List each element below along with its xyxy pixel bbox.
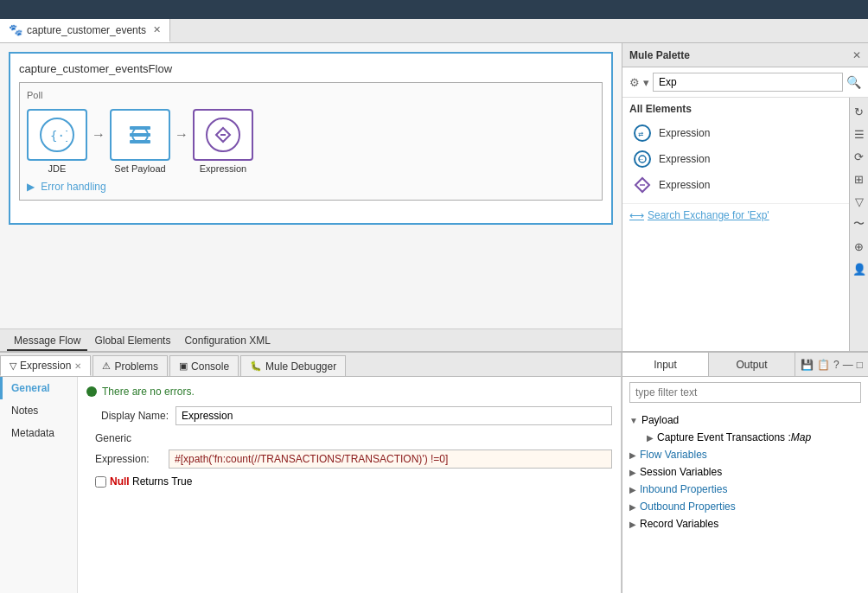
bottom-content: General Notes Metadata There are no erro… bbox=[0, 377, 621, 593]
nav-tabs: Message Flow Global Elements Configurati… bbox=[0, 328, 622, 351]
bottom-right-tabs: Input Output 💾 📋 ? — □ bbox=[622, 353, 868, 377]
component-jde[interactable]: {·} JDE bbox=[27, 109, 87, 174]
top-bar bbox=[0, 0, 868, 19]
main-area: capture_customer_eventsFlow Poll {·} JDE bbox=[0, 43, 868, 351]
component-set-payload[interactable]: Set Payload bbox=[110, 109, 170, 174]
display-name-input[interactable] bbox=[176, 406, 612, 425]
br-tab-output[interactable]: Output bbox=[709, 353, 795, 376]
tree-item-inbound-label: Inbound Properties bbox=[640, 483, 727, 495]
tree-item-record-vars[interactable]: ▶ Record Variables bbox=[622, 515, 868, 532]
section-generic-label: Generic bbox=[95, 432, 612, 444]
tree-item-payload-label: Payload bbox=[641, 414, 679, 426]
tree-item-capture-events[interactable]: ▶ Capture Event Transactions : Map bbox=[622, 429, 868, 446]
error-handling[interactable]: ▶ Error handling bbox=[27, 181, 595, 193]
component-box-expression bbox=[193, 109, 253, 161]
console-tab-icon: ▣ bbox=[179, 360, 188, 372]
tree-item-inbound[interactable]: ▶ Inbound Properties bbox=[622, 481, 868, 498]
tree-item-flow-vars-label: Flow Variables bbox=[640, 449, 707, 461]
right-icon-filter[interactable]: ▽ bbox=[851, 191, 868, 212]
nav-tab-message-flow[interactable]: Message Flow bbox=[7, 333, 87, 351]
bottom-sidebar: General Notes Metadata bbox=[0, 377, 78, 593]
null-text: Null bbox=[110, 475, 130, 488]
arrow-1: → bbox=[92, 127, 105, 156]
palette-search-input[interactable] bbox=[653, 73, 843, 92]
null-returns-true-checkbox[interactable] bbox=[95, 476, 106, 488]
br-toolbar-maximize[interactable]: □ bbox=[857, 359, 863, 371]
palette-title: Mule Palette bbox=[629, 49, 690, 61]
record-vars-expand-icon: ▶ bbox=[629, 520, 636, 529]
error-arrow-icon: ▶ bbox=[27, 181, 35, 193]
tree-item-outbound-label: Outbound Properties bbox=[640, 501, 736, 513]
console-tab-label: Console bbox=[191, 360, 229, 373]
right-icon-wave[interactable]: 〜 bbox=[851, 214, 868, 234]
br-toolbar-copy[interactable]: 📋 bbox=[817, 359, 830, 371]
tree-item-flow-vars[interactable]: ▶ Flow Variables bbox=[622, 446, 868, 463]
bottom-tab-expression[interactable]: ▽ Expression ✕ bbox=[0, 355, 91, 376]
right-icon-pin[interactable]: ⊕ bbox=[851, 236, 868, 257]
right-icon-sync[interactable]: ⟳ bbox=[851, 146, 868, 167]
tree-item-outbound[interactable]: ▶ Outbound Properties bbox=[622, 498, 868, 515]
right-icon-person[interactable]: 👤 bbox=[851, 258, 868, 279]
display-name-row: Display Name: bbox=[86, 406, 612, 425]
br-toolbar-minimize[interactable]: — bbox=[843, 359, 853, 371]
br-filter-input[interactable] bbox=[629, 382, 861, 403]
debugger-tab-label: Mule Debugger bbox=[265, 360, 336, 373]
sidebar-item-notes[interactable]: Notes bbox=[0, 399, 77, 422]
component-label-jde: JDE bbox=[48, 163, 67, 174]
problems-tab-icon: ⚠ bbox=[102, 360, 111, 372]
sidebar-item-metadata[interactable]: Metadata bbox=[0, 422, 77, 444]
right-icon-connect[interactable]: ⊞ bbox=[851, 169, 868, 189]
null-returns-true-row: Null Returns True bbox=[95, 475, 612, 488]
error-handling-label: Error handling bbox=[41, 181, 105, 193]
nav-tab-global-elements[interactable]: Global Elements bbox=[87, 333, 177, 351]
set-payload-icon bbox=[124, 119, 156, 150]
palette-item-2[interactable]: Expression bbox=[629, 172, 842, 198]
main-tab[interactable]: 🐾 capture_customer_events ✕ bbox=[0, 19, 170, 42]
expression-tab-icon: ▽ bbox=[10, 360, 16, 372]
right-icons-strip: ↻ ☰ ⟳ ⊞ ▽ 〜 ⊕ 👤 bbox=[849, 98, 868, 351]
tree-item-session-vars[interactable]: ▶ Session Variables bbox=[622, 463, 868, 481]
svg-text:··: ·· bbox=[639, 155, 643, 163]
palette-close-button[interactable]: ✕ bbox=[852, 49, 861, 61]
tree-item-session-vars-label: Session Variables bbox=[640, 466, 722, 478]
palette-dropdown-icon[interactable]: ▾ bbox=[643, 76, 649, 89]
br-toolbar-save[interactable]: 💾 bbox=[801, 359, 814, 371]
bottom-tab-debugger[interactable]: 🐛 Mule Debugger bbox=[240, 355, 346, 376]
problems-tab-label: Problems bbox=[114, 360, 158, 373]
component-expression[interactable]: Expression bbox=[193, 109, 253, 174]
flow-container: capture_customer_eventsFlow Poll {·} JDE bbox=[9, 52, 613, 225]
component-label-expression: Expression bbox=[200, 163, 246, 174]
status-dot-icon bbox=[86, 386, 97, 397]
expression-input[interactable] bbox=[169, 450, 612, 469]
sidebar-item-general[interactable]: General bbox=[0, 377, 77, 399]
nav-tab-configuration-xml[interactable]: Configuration XML bbox=[177, 333, 277, 351]
status-message: There are no errors. bbox=[102, 386, 195, 398]
bottom-tab-problems[interactable]: ⚠ Problems bbox=[93, 355, 168, 376]
palette-content: All Elements ⇄ Expression ·· Expression bbox=[622, 98, 849, 351]
right-icon-refresh[interactable]: ↻ bbox=[851, 101, 868, 122]
right-icon-list[interactable]: ☰ bbox=[851, 124, 868, 144]
expression-tab-close[interactable]: ✕ bbox=[74, 361, 81, 371]
palette-gear-icon[interactable]: ⚙ bbox=[629, 76, 640, 89]
palette-item-1-label: Expression bbox=[659, 153, 710, 165]
tab-bar: 🐾 capture_customer_events ✕ bbox=[0, 19, 868, 43]
canvas: capture_customer_eventsFlow Poll {·} JDE bbox=[0, 43, 622, 328]
bottom-right-panel: Input Output 💾 📋 ? — □ ▼ Payload ▶ Captu… bbox=[622, 353, 868, 593]
palette-search-submit-icon[interactable]: 🔍 bbox=[846, 75, 861, 89]
palette-exchange-link[interactable]: ⟷ Search Exchange for 'Exp' bbox=[622, 204, 849, 226]
flow-vars-expand-icon: ▶ bbox=[629, 450, 636, 460]
palette-item-0[interactable]: ⇄ Expression bbox=[629, 120, 842, 146]
lane-title: Poll bbox=[27, 90, 595, 100]
session-vars-expand-icon: ▶ bbox=[629, 468, 636, 477]
tree-item-payload[interactable]: ▼ Payload bbox=[622, 411, 868, 429]
tab-close-button[interactable]: ✕ bbox=[153, 24, 161, 35]
br-tab-input[interactable]: Input bbox=[622, 353, 709, 376]
bottom-tab-console[interactable]: ▣ Console bbox=[169, 355, 239, 376]
palette-item-2-icon bbox=[633, 175, 652, 194]
status-row: There are no errors. bbox=[86, 386, 612, 398]
br-toolbar-help[interactable]: ? bbox=[833, 359, 839, 371]
palette-item-1[interactable]: ·· Expression bbox=[629, 146, 842, 172]
bottom-left-panel: ▽ Expression ✕ ⚠ Problems ▣ Console 🐛 Mu… bbox=[0, 353, 622, 593]
component-label-set-payload: Set Payload bbox=[114, 163, 165, 174]
tab-icon: 🐾 bbox=[9, 23, 22, 36]
